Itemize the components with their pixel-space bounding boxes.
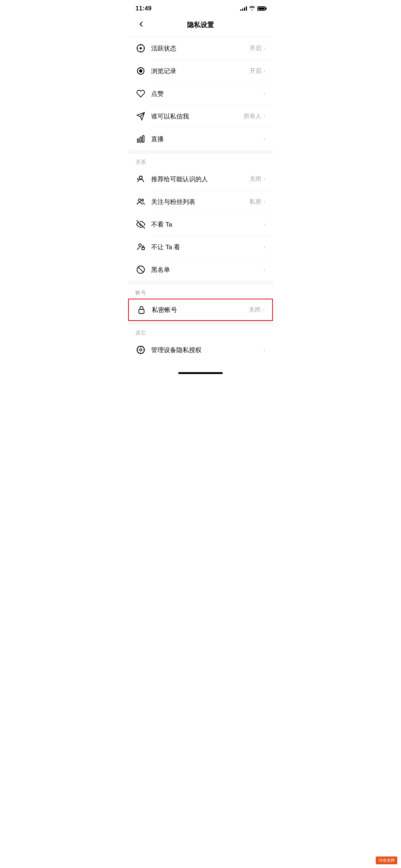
svg-rect-8 [143, 136, 144, 142]
menu-item-blacklist[interactable]: 黑名单 › [128, 259, 273, 281]
recommend-people-label: 推荐给可能认识的人 [151, 175, 250, 183]
svg-line-17 [138, 267, 143, 272]
heart-icon [136, 88, 146, 99]
menu-item-not-let-watch[interactable]: 不让 Ta 看 › [128, 236, 273, 258]
browse-history-value: 开启 [250, 67, 261, 75]
svg-point-11 [138, 199, 141, 202]
person-suggest-icon [136, 174, 146, 184]
live-arrow: › [264, 136, 265, 142]
active-status-arrow: › [264, 45, 265, 52]
status-icons [240, 6, 265, 12]
message-icon [136, 111, 146, 121]
menu-item-follow-fans[interactable]: 关注与粉丝列表 私密 › [128, 191, 273, 213]
svg-rect-15 [142, 247, 144, 250]
not-let-watch-arrow: › [264, 244, 265, 250]
blacklist-label: 黑名单 [151, 266, 261, 274]
svg-point-12 [142, 199, 144, 201]
active-status-value: 开启 [250, 45, 261, 52]
person-lock-icon [136, 242, 146, 252]
private-account-value: 关闭 [249, 306, 261, 314]
svg-point-20 [140, 349, 142, 351]
not-watch-arrow: › [264, 221, 265, 228]
menu-item-live[interactable]: 直播 › [128, 128, 273, 150]
recommend-people-arrow: › [264, 176, 265, 182]
active-status-label: 活跃状态 [151, 44, 250, 53]
who-dm-label: 谁可以私信我 [151, 112, 244, 121]
battery-icon [257, 6, 265, 11]
eye-icon [136, 66, 146, 76]
menu-item-likes[interactable]: 点赞 › [128, 82, 273, 105]
nav-bar: 隐私设置 [128, 15, 273, 37]
likes-label: 点赞 [151, 90, 261, 98]
chart-icon [136, 134, 146, 144]
follow-fans-arrow: › [264, 198, 265, 205]
browse-history-arrow: › [264, 68, 265, 74]
follow-fans-value: 私密 [250, 198, 261, 206]
svg-rect-18 [139, 309, 144, 313]
not-let-watch-label: 不让 Ta 看 [151, 243, 261, 251]
menu-item-not-watch[interactable]: 不看 Ta › [128, 213, 273, 235]
section-break-2 [128, 281, 273, 285]
section-label-account: 帐号 [128, 285, 273, 299]
section-break-1 [128, 150, 273, 154]
eye-off-icon [136, 219, 146, 230]
status-time: 11:49 [136, 5, 151, 12]
home-indicator [128, 368, 273, 377]
who-dm-value: 所有人 [244, 113, 261, 120]
live-label: 直播 [151, 135, 261, 143]
likes-arrow: › [264, 90, 265, 97]
menu-item-who-dm[interactable]: 谁可以私信我 所有人 › [128, 105, 273, 127]
section-label-relations: 关系 [128, 154, 273, 168]
page-title: 隐私设置 [187, 20, 214, 29]
manage-privacy-label: 管理设备隐私授权 [151, 346, 261, 354]
browse-history-label: 浏览记录 [151, 67, 250, 75]
status-bar: 11:49 [128, 0, 273, 15]
follow-fans-label: 关注与粉丝列表 [151, 198, 250, 206]
private-account-label: 私密帐号 [152, 306, 249, 314]
back-button[interactable] [136, 19, 147, 31]
activity-icon [136, 43, 146, 53]
who-dm-arrow: › [264, 113, 265, 120]
svg-point-14 [139, 244, 141, 247]
not-watch-label: 不看 Ta [151, 220, 261, 229]
signal-icon [240, 6, 247, 11]
home-bar [178, 372, 223, 374]
section-break-3 [128, 321, 273, 325]
manage-privacy-arrow: › [264, 347, 265, 353]
private-account-arrow: › [263, 306, 265, 313]
menu-item-manage-privacy[interactable]: 管理设备隐私授权 › [128, 339, 273, 361]
wifi-icon [249, 6, 255, 12]
settings-privacy-icon [136, 345, 146, 355]
lock-icon [136, 305, 147, 315]
recommend-people-value: 关闭 [250, 175, 261, 183]
svg-rect-6 [137, 139, 139, 142]
menu-item-recommend-people[interactable]: 推荐给可能认识的人 关闭 › [128, 168, 273, 190]
svg-rect-7 [140, 137, 141, 142]
svg-point-1 [140, 47, 142, 49]
menu-item-active-status[interactable]: 活跃状态 开启 › [128, 37, 273, 59]
people-icon [136, 196, 146, 207]
svg-point-10 [139, 176, 142, 179]
blacklist-arrow: › [264, 266, 265, 273]
menu-item-browse-history[interactable]: 浏览记录 开启 › [128, 60, 273, 82]
menu-item-private-account[interactable]: 私密帐号 关闭 › [128, 299, 273, 321]
block-icon [136, 264, 146, 275]
section-label-other: 其它 [128, 325, 273, 339]
